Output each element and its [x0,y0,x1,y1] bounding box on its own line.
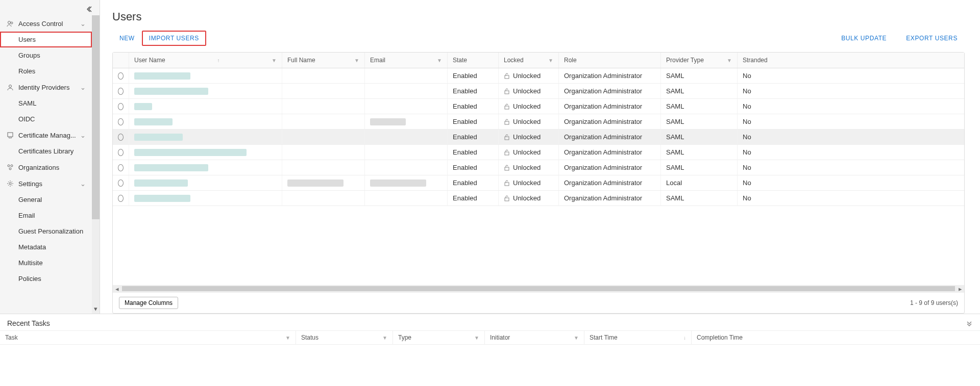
sort-asc-icon[interactable]: ↑ [217,58,219,63]
column-stranded[interactable]: Stranded [738,53,964,68]
column-fullname[interactable]: Full Name ▼ [282,53,365,68]
cell-role: Organization Administrator [559,145,661,160]
filter-icon[interactable]: ▼ [437,58,442,63]
scroll-left-icon[interactable]: ◂ [113,285,121,292]
cell-stranded: No [738,130,964,144]
filter-icon[interactable]: ▼ [272,58,277,63]
sidebar-scroll-down[interactable]: ▾ [92,303,100,314]
sidebar-item-oidc[interactable]: OIDC [0,111,92,127]
table-row[interactable]: EnabledUnlockedOrganization Administrato… [113,160,964,175]
table-row[interactable]: EnabledUnlockedOrganization Administrato… [113,99,964,114]
filter-icon[interactable]: ▼ [474,335,479,341]
sort-icon[interactable]: ↓ [683,335,686,341]
svg-rect-14 [505,167,509,170]
sidebar-item-roles[interactable]: Roles [0,63,92,79]
row-radio[interactable] [118,88,124,95]
bulk-update-button[interactable]: BULK UPDATE [834,31,894,46]
sidebar-item-groups[interactable]: Groups [0,47,92,63]
grid-body: EnabledUnlockedOrganization Administrato… [113,68,964,285]
row-radio[interactable] [118,118,124,125]
cell-role: Organization Administrator [559,191,661,205]
horizontal-scrollbar[interactable]: ◂ ▸ [113,285,964,292]
unlock-icon [504,73,510,79]
column-label: Task [5,334,18,341]
tasks-column-completion-time[interactable]: Completion Time [692,331,980,344]
chevron-down-icon: ⌄ [80,20,86,28]
row-radio[interactable] [118,72,124,80]
nav-organizations[interactable]: Organizations [0,159,92,175]
filter-icon[interactable]: ▼ [574,335,579,341]
table-row[interactable]: EnabledUnlockedOrganization Administrato… [113,130,964,145]
new-button[interactable]: NEW [112,31,142,46]
sidebar-item-users[interactable]: Users [0,32,92,47]
table-row[interactable]: EnabledUnlockedOrganization Administrato… [113,68,964,84]
filter-icon[interactable]: ▼ [727,58,732,63]
column-label: Email [370,57,385,64]
nav-settings[interactable]: Settings ⌄ [0,175,92,192]
sidebar-item-email[interactable]: Email [0,208,92,223]
row-radio[interactable] [118,149,124,156]
filter-icon[interactable]: ▼ [285,335,290,341]
unlock-icon [504,134,510,140]
sidebar-item-general[interactable]: General [0,192,92,208]
column-email[interactable]: Email ▼ [365,53,448,68]
sidebar-item-metadata[interactable]: Metadata [0,239,92,255]
tasks-column-type[interactable]: Type ▼ [393,331,485,344]
tasks-column-status[interactable]: Status ▼ [296,331,393,344]
tasks-collapse-icon[interactable] [966,320,973,327]
tasks-column-task[interactable]: Task ▼ [0,331,296,344]
unlock-icon [504,149,510,156]
table-row[interactable]: EnabledUnlockedOrganization Administrato… [113,191,964,206]
redacted-username [134,118,173,125]
cell-stranded: No [738,114,964,129]
redacted-username [134,134,183,141]
cell-state: Enabled [448,191,499,205]
sidebar-collapse-button[interactable] [85,4,95,14]
column-provider-type[interactable]: Provider Type ▼ [661,53,738,68]
sidebar-item-guest-personalization[interactable]: Guest Personalization [0,223,92,239]
nav-identity-providers[interactable]: Identity Providers ⌄ [0,79,92,95]
row-radio[interactable] [118,164,124,171]
column-label: Provider Type [666,57,704,64]
chevron-down-icon: ⌄ [80,84,86,91]
sidebar-item-cert-library[interactable]: Certificates Library [0,143,92,159]
sidebar-scrollbar[interactable] [92,15,100,303]
pagination-info: 1 - 9 of 9 users(s) [910,299,958,306]
sidebar-item-policies[interactable]: Policies [0,271,92,287]
nav-access-control[interactable]: Access Control ⌄ [0,15,92,32]
column-state[interactable]: State [448,53,499,68]
filter-icon[interactable]: ▼ [354,58,359,63]
column-label: Role [564,57,577,64]
table-row[interactable]: EnabledUnlockedOrganization Administrato… [113,175,964,191]
tasks-column-start-time[interactable]: Start Time ↓ [584,331,692,344]
row-radio[interactable] [118,134,124,141]
row-radio[interactable] [118,103,124,110]
scroll-thumb[interactable] [122,286,955,291]
filter-icon[interactable]: ▼ [382,335,387,341]
export-users-button[interactable]: EXPORT USERS [899,31,965,46]
svg-point-7 [9,183,11,185]
nav-certificate-management[interactable]: Certificate Manag... ⌄ [0,127,92,143]
tasks-column-initiator[interactable]: Initiator ▼ [485,331,584,344]
import-users-button[interactable]: IMPORT USERS [142,31,206,46]
filter-icon[interactable]: ▼ [548,58,553,63]
row-radio[interactable] [118,179,124,187]
people-icon [6,19,14,28]
table-row[interactable]: EnabledUnlockedOrganization Administrato… [113,84,964,99]
svg-point-1 [11,22,13,24]
cell-state: Enabled [448,145,499,160]
table-row[interactable]: EnabledUnlockedOrganization Administrato… [113,114,964,130]
column-locked[interactable]: Locked ▼ [499,53,559,68]
scroll-right-icon[interactable]: ▸ [956,285,964,292]
row-radio[interactable] [118,195,124,202]
column-label: Completion Time [697,334,743,341]
org-icon [6,163,14,171]
column-username[interactable]: User Name ↑ ▼ [129,53,282,68]
sidebar-item-multisite[interactable]: Multisite [0,255,92,271]
cell-locked: Unlocked [513,179,541,187]
column-role[interactable]: Role [559,53,661,68]
grid-footer: Manage Columns 1 - 9 of 9 users(s) [113,292,964,313]
sidebar-item-saml[interactable]: SAML [0,95,92,111]
manage-columns-button[interactable]: Manage Columns [119,297,178,309]
table-row[interactable]: EnabledUnlockedOrganization Administrato… [113,145,964,160]
